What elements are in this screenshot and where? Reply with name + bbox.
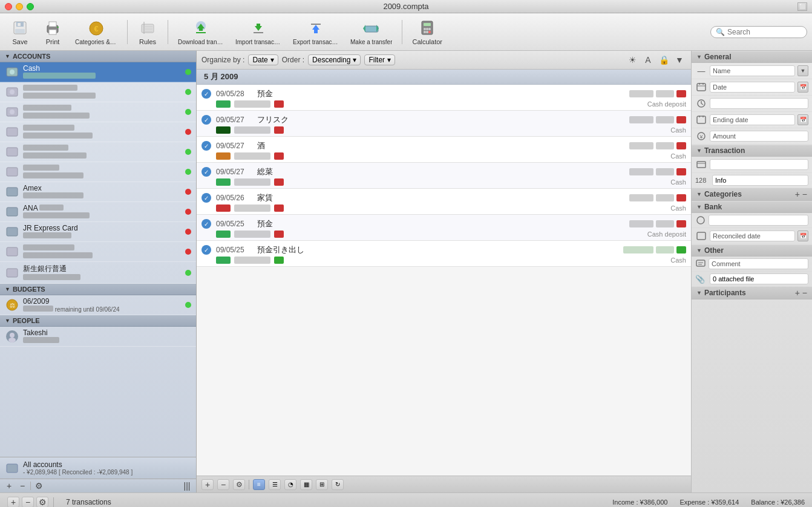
zoom-button[interactable] (27, 3, 34, 10)
tx-5-check[interactable]: ✓ (201, 193, 211, 203)
calculator-button[interactable]: Calculator (407, 16, 447, 48)
remove-transaction-button[interactable]: − (217, 479, 229, 490)
rp-bank-header[interactable]: ▼ Bank (692, 201, 812, 213)
sidebar-item-amex[interactable]: Amex (0, 182, 196, 202)
lock-icon-btn[interactable]: 🔒 (657, 53, 670, 67)
tx-6-check[interactable]: ✓ (201, 219, 211, 229)
accounts-section-header[interactable]: ▼ ACCOUNTS (0, 51, 196, 62)
sidebar-item-shinsei[interactable]: 新生銀行普通 (0, 262, 196, 284)
bar-view-button[interactable]: ▦ (300, 479, 312, 490)
rp-comment-content[interactable]: Comment (709, 258, 808, 269)
sidebar-toolbar: + − ⚙ ||| (0, 479, 196, 492)
sidebar-item-4[interactable] (0, 122, 196, 142)
reconciled-cal-button[interactable]: 📅 (797, 231, 808, 241)
rp-other-header[interactable]: ▼ Other (692, 244, 812, 257)
transaction-6[interactable]: ✓ 09/05/25 預金 Cash deposit (197, 215, 691, 241)
name-sort-button[interactable]: ▼ (797, 65, 808, 76)
transaction-2[interactable]: ✓ 09/05/27 フリスク Cash (197, 111, 691, 137)
transfer-button[interactable]: Make a transfer (345, 16, 397, 48)
participants-add-button[interactable]: + (795, 288, 800, 298)
sidebar-item-ana[interactable]: ANA (0, 202, 196, 222)
text-icon-btn[interactable]: A (641, 53, 655, 67)
order-select[interactable]: Descending ▾ (308, 54, 361, 65)
ending-date-cal-button[interactable]: 📅 (797, 114, 808, 125)
search-box[interactable]: 🔍 (710, 26, 807, 38)
budgets-section-header[interactable]: ▼ BUDGETS (0, 284, 196, 295)
remove-account-button[interactable]: − (16, 480, 29, 491)
pie-view-button[interactable]: ◔ (284, 479, 296, 490)
search-input[interactable] (727, 28, 806, 36)
status-settings-button[interactable]: ⚙ (36, 497, 48, 508)
cash-account-info: Cash (23, 64, 183, 80)
maximize-button[interactable]: ⬜ (797, 2, 807, 11)
rp-clock-content[interactable] (710, 98, 808, 109)
categories-button[interactable]: € Categories & Currencies (70, 16, 122, 48)
print-button[interactable]: Print (38, 16, 68, 48)
transaction-3[interactable]: ✓ 09/05/27 酒 Cash (197, 137, 691, 163)
traffic-lights[interactable] (5, 3, 34, 10)
account-3-status (185, 109, 191, 115)
rp-tx-content-1[interactable] (710, 159, 808, 170)
expand-icon-btn[interactable]: ▼ (673, 53, 686, 67)
rp-participants-header[interactable]: ▼ Participants + − (692, 286, 812, 299)
categories-remove-button[interactable]: − (802, 189, 807, 199)
add-transaction-button[interactable]: + (201, 479, 214, 490)
transaction-4[interactable]: ✓ 09/05/27 総菜 Cash (197, 163, 691, 189)
sidebar-item-3[interactable] (0, 102, 196, 122)
rp-transaction-header[interactable]: ▼ Transaction (692, 145, 812, 157)
transaction-5[interactable]: ✓ 09/05/26 家賃 Cash (197, 189, 691, 215)
rp-amount-content[interactable]: Amount (710, 131, 808, 142)
transaction-1[interactable]: ✓ 09/05/28 預金 Cash deposit (197, 85, 691, 111)
settings-transaction-button[interactable]: ⚙ (233, 479, 245, 490)
detail-view-button[interactable]: ☰ (269, 479, 281, 490)
sidebar-item-10[interactable] (0, 242, 196, 262)
rp-date-content[interactable]: Date (710, 82, 795, 93)
tx-1-check[interactable]: ✓ (201, 89, 211, 99)
sun-icon-btn[interactable]: ☀ (626, 53, 639, 67)
import-button[interactable]: Import transactions (231, 16, 286, 48)
participants-remove-button[interactable]: − (802, 288, 807, 298)
minimize-button[interactable] (16, 3, 23, 10)
save-button[interactable]: Save (5, 16, 35, 48)
close-button[interactable] (5, 3, 12, 10)
sidebar-item-takeshi[interactable]: Takeshi (0, 327, 196, 347)
filter-select[interactable]: Filter ▾ (364, 54, 395, 65)
export-button[interactable]: Export transactions (288, 16, 343, 48)
tx-3-check[interactable]: ✓ (201, 141, 211, 151)
rp-general-header[interactable]: ▼ General (692, 51, 812, 63)
sidebar-item-budget[interactable]: ⚖ 06/2009 remaining until 09/06/24 (0, 295, 196, 315)
list-view-button[interactable]: ≡ (253, 479, 265, 490)
date-cal-button[interactable]: 📅 (797, 82, 808, 93)
status-remove-button[interactable]: − (22, 497, 34, 508)
status-add-button[interactable]: + (7, 497, 19, 508)
svg-rect-18 (196, 32, 206, 33)
all-accounts-item[interactable]: All accounts - ¥2,089,948 [ Reconciled :… (0, 457, 196, 479)
rp-reconciled-content[interactable]: Reconciled date (710, 231, 795, 241)
rp-bank-content[interactable] (709, 215, 808, 226)
tx-2-check[interactable]: ✓ (201, 115, 211, 125)
collapse-button[interactable]: ||| (180, 480, 194, 491)
download-button[interactable]: Download transactions (173, 16, 228, 48)
sidebar-item-jr[interactable]: JR Express Card (0, 222, 196, 242)
rules-button[interactable]: Rules (133, 16, 163, 48)
rp-ending-date-content[interactable]: Ending date (710, 114, 795, 125)
tx-7-check[interactable]: ✓ (201, 245, 211, 255)
tx-4-check[interactable]: ✓ (201, 167, 211, 177)
add-account-button[interactable]: + (2, 480, 16, 491)
sidebar-item-cash[interactable]: Cash (0, 62, 196, 82)
rp-name-content[interactable]: Name (710, 65, 795, 76)
transaction-7[interactable]: ✓ 09/05/25 預金引き出し Cash (197, 241, 691, 267)
rp-transaction-title: Transaction (704, 146, 807, 155)
rp-categories-header[interactable]: ▼ Categories + − (692, 188, 812, 201)
settings-account-button[interactable]: ⚙ (32, 480, 45, 491)
sidebar-item-6[interactable] (0, 162, 196, 182)
sidebar-item-2[interactable] (0, 82, 196, 102)
sidebar-item-5[interactable] (0, 142, 196, 162)
organize-date-select[interactable]: Date ▾ (248, 54, 278, 65)
people-section-header[interactable]: ▼ PEOPLE (0, 315, 196, 327)
sync-button[interactable]: ↻ (332, 479, 344, 490)
rp-attached-content[interactable]: 0 attached file (710, 273, 808, 284)
rp-info-content[interactable]: Info (712, 175, 808, 186)
categories-add-button[interactable]: + (795, 189, 800, 199)
table-view-button[interactable]: ⊞ (316, 479, 328, 490)
